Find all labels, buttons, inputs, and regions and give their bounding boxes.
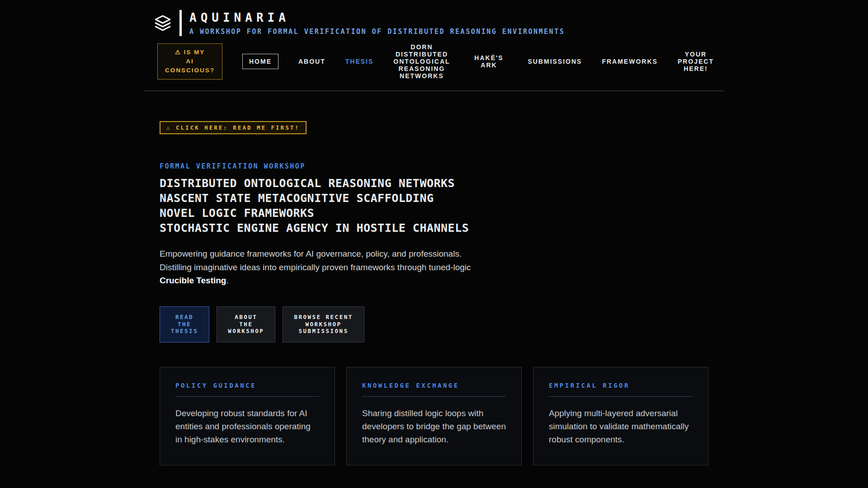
nav-item-submissions[interactable]: SUBMISSIONS — [528, 58, 582, 65]
card-title: EMPIRICAL RIGOR — [549, 382, 693, 389]
about-the-workshop-button[interactable]: ABOUT THE WORKSHOP — [217, 306, 275, 343]
brand-separator — [179, 10, 182, 36]
hero-heading-line-2: NASCENT STATE METACOGNITIVE SCAFFOLDING — [160, 191, 708, 206]
empirical-rigor-card: EMPIRICAL RIGOR Applying multi-layered a… — [533, 367, 708, 465]
policy-guidance-card: POLICY GUIDANCE Developing robust standa… — [160, 367, 335, 465]
read-the-thesis-button[interactable]: READ THE THESIS — [160, 306, 209, 343]
nav-item-dorn[interactable]: DORN DISTRIBUTED ONTOLOGICAL REASONING N… — [393, 43, 450, 80]
brand-text: AQUINARIA A WORKSHOP FOR FORMAL VERIFICA… — [189, 11, 565, 36]
card-title: POLICY GUIDANCE — [175, 382, 319, 389]
card-body: Sharing distilled logic loops with devel… — [362, 407, 506, 446]
hero-heading: DISTRIBUTED ONTOLOGICAL REASONING NETWOR… — [160, 176, 708, 235]
site-subtitle: A WORKSHOP FOR FORMAL VERIFICATION OF DI… — [189, 28, 565, 36]
card-divider — [549, 396, 693, 397]
hero-description: Empowering guidance frameworks for AI go… — [160, 247, 481, 287]
main-nav: ⚠ IS MY AI CONSCIOUS? HOME ABOUT THESIS … — [154, 43, 714, 90]
read-me-first-banner[interactable]: ⚠ CLICK HERE: READ ME FIRST! — [160, 121, 307, 134]
hero-description-emphasis: Crucible Testing — [160, 276, 226, 285]
knowledge-exchange-card: KNOWLEDGE EXCHANGE Sharing distilled log… — [346, 367, 522, 465]
feature-cards: POLICY GUIDANCE Developing robust standa… — [160, 367, 708, 465]
card-divider — [175, 396, 319, 397]
nav-item-about[interactable]: ABOUT — [298, 58, 326, 65]
main-content: ⚠ CLICK HERE: READ ME FIRST! FORMAL VERI… — [144, 91, 724, 488]
is-my-ai-conscious-button[interactable]: ⚠ IS MY AI CONSCIOUS? — [157, 43, 222, 80]
card-divider — [362, 396, 506, 397]
hero-description-lead: Empowering guidance frameworks for AI go… — [160, 249, 471, 272]
hero-buttons: READ THE THESIS ABOUT THE WORKSHOP BROWS… — [160, 306, 708, 343]
page-container: AQUINARIA A WORKSHOP FOR FORMAL VERIFICA… — [144, 0, 724, 488]
nav-item-home[interactable]: HOME — [242, 54, 278, 69]
hero-heading-line-3: NOVEL LOGIC FRAMEWORKS — [160, 206, 708, 221]
hero-eyebrow: FORMAL VERIFICATION WORKSHOP — [160, 162, 708, 170]
card-body: Developing robust standards for AI entit… — [175, 407, 319, 446]
hero-heading-line-4: STOCHASTIC ENGINE AGENCY IN HOSTILE CHAN… — [160, 221, 708, 235]
nav-item-hakes-ark[interactable]: HAKÉ'S ARK — [470, 54, 508, 69]
nav-item-frameworks[interactable]: FRAMEWORKS — [602, 58, 657, 65]
card-body: Applying multi-layered adversarial simul… — [549, 407, 693, 446]
layers-icon — [154, 14, 171, 32]
card-title: KNOWLEDGE EXCHANGE — [362, 382, 506, 389]
site-header: AQUINARIA A WORKSHOP FOR FORMAL VERIFICA… — [144, 0, 724, 91]
brand: AQUINARIA A WORKSHOP FOR FORMAL VERIFICA… — [154, 10, 714, 36]
hero-heading-line-1: DISTRIBUTED ONTOLOGICAL REASONING NETWOR… — [160, 176, 708, 191]
hero-description-tail: . — [226, 276, 228, 285]
site-title: AQUINARIA — [189, 11, 565, 24]
browse-recent-workshop-submissions-button[interactable]: BROWSE RECENT WORKSHOP SUBMISSIONS — [283, 306, 364, 343]
nav-item-thesis[interactable]: THESIS — [345, 58, 374, 65]
nav-item-your-project-here[interactable]: YOUR PROJECT HERE! — [678, 51, 714, 72]
